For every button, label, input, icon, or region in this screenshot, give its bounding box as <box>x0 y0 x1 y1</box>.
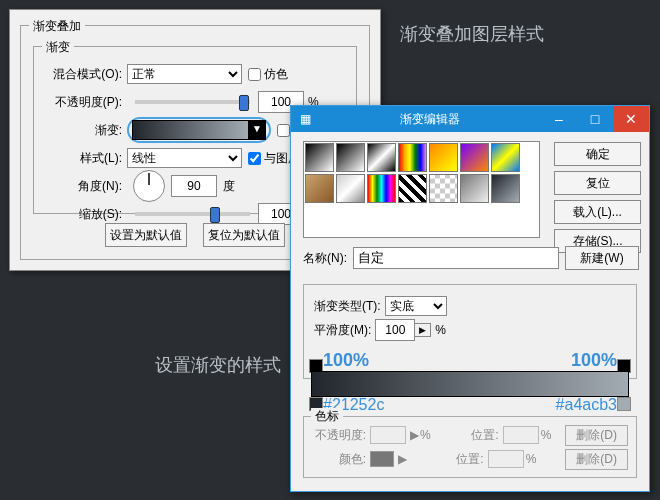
preset-swatch[interactable] <box>367 174 396 203</box>
stop-location-label2: 位置: <box>430 451 488 468</box>
deg-label: 度 <box>223 178 235 195</box>
angle-label: 角度(N): <box>44 178 127 195</box>
gradient-highlight: ▼ <box>127 117 271 143</box>
smooth-input[interactable] <box>375 319 415 341</box>
gradient-bar[interactable] <box>311 371 629 397</box>
pct: % <box>541 428 559 442</box>
stop-opacity-input <box>370 426 406 444</box>
blend-label: 混合模式(O): <box>44 66 127 83</box>
maximize-icon[interactable]: □ <box>577 106 613 132</box>
stop-location-input <box>503 426 539 444</box>
new-button[interactable]: 新建(W) <box>565 246 639 270</box>
flyout-icon: ▶ <box>396 452 408 466</box>
angle-input[interactable] <box>171 175 217 197</box>
stop-color-label: 颜色: <box>312 451 370 468</box>
smooth-label: 平滑度(M): <box>314 322 375 339</box>
app-icon: ▦ <box>291 112 319 126</box>
delete-stop-button: 删除(D) <box>565 425 628 446</box>
preset-swatch[interactable] <box>398 143 427 172</box>
gradient-presets[interactable] <box>303 141 540 238</box>
opacity-slider[interactable] <box>135 100 250 104</box>
preset-swatch[interactable] <box>491 143 520 172</box>
preset-swatch[interactable] <box>460 174 489 203</box>
gradient-dropdown-icon[interactable]: ▼ <box>249 120 266 140</box>
stop-color-swatch <box>370 451 394 467</box>
ok-button[interactable]: 确定 <box>554 142 641 166</box>
callout-right-hex: #a4acb3 <box>556 396 617 414</box>
preset-swatch[interactable] <box>429 143 458 172</box>
preset-swatch[interactable] <box>460 143 489 172</box>
reverse-checkbox[interactable] <box>277 124 290 137</box>
preset-swatch[interactable] <box>398 174 427 203</box>
cancel-button[interactable]: 复位 <box>554 171 641 195</box>
inner-group-title: 渐变 <box>42 39 74 56</box>
outer-group-title: 渐变叠加 <box>29 18 85 35</box>
preset-swatch[interactable] <box>367 143 396 172</box>
style-label: 样式(L): <box>44 150 127 167</box>
flyout-icon: ▶ <box>408 428 420 442</box>
color-stop-right[interactable] <box>617 397 631 411</box>
gradient-preview[interactable] <box>132 120 249 140</box>
opacity-label: 不透明度(P): <box>44 94 127 111</box>
stops-title: 色标 <box>311 408 343 425</box>
scale-slider[interactable] <box>135 212 250 216</box>
preset-swatch[interactable] <box>305 174 334 203</box>
stop-location-label: 位置: <box>445 427 503 444</box>
preset-swatch[interactable] <box>336 174 365 203</box>
dither-checkbox[interactable] <box>248 68 261 81</box>
delete-color-button: 删除(D) <box>565 449 628 470</box>
angle-dial[interactable] <box>133 170 165 202</box>
callout-right-pct: 100% <box>571 350 617 371</box>
name-label: 名称(N): <box>303 250 347 267</box>
type-label: 渐变类型(T): <box>314 298 385 315</box>
preset-swatch[interactable] <box>336 143 365 172</box>
pct: % <box>420 428 438 442</box>
close-icon[interactable]: ✕ <box>613 106 649 132</box>
name-input[interactable] <box>353 247 559 269</box>
anno-style-title: 渐变叠加图层样式 <box>400 22 544 46</box>
stop-location-input2 <box>488 450 524 468</box>
load-button[interactable]: 载入(L)... <box>554 200 641 224</box>
pct: % <box>526 452 544 466</box>
stops-group: 色标 不透明度: ▶% 位置: % 删除(D) 颜色: ▶ 位置: % 删除(D… <box>303 416 637 478</box>
pct-label: % <box>435 323 446 337</box>
window-title: 渐变编辑器 <box>319 111 541 128</box>
dither-label: 仿色 <box>264 66 288 83</box>
preset-swatch[interactable] <box>491 174 520 203</box>
smooth-flyout-icon[interactable]: ▶ <box>414 323 431 337</box>
gradient-label: 渐变: <box>44 122 127 139</box>
style-select[interactable]: 线性 <box>127 148 242 168</box>
preset-swatch[interactable] <box>429 174 458 203</box>
titlebar[interactable]: ▦ 渐变编辑器 – □ ✕ <box>291 106 649 132</box>
minimize-icon[interactable]: – <box>541 106 577 132</box>
preset-swatch[interactable] <box>305 143 334 172</box>
reset-default-button[interactable]: 复位为默认值 <box>203 223 285 247</box>
anno-set-gradient: 设置渐变的样式 <box>155 353 281 377</box>
stop-opacity-label: 不透明度: <box>312 427 370 444</box>
scale-label: 缩放(S): <box>44 206 127 223</box>
gradient-editor-dialog: ▦ 渐变编辑器 – □ ✕ 确定 复位 载入(L)... 存储(S)... 名称… <box>290 105 650 492</box>
type-select[interactable]: 实底 <box>385 296 447 316</box>
blend-mode-select[interactable]: 正常 <box>127 64 242 84</box>
set-default-button[interactable]: 设置为默认值 <box>105 223 187 247</box>
callout-left-pct: 100% <box>323 350 369 371</box>
align-checkbox[interactable] <box>248 152 261 165</box>
